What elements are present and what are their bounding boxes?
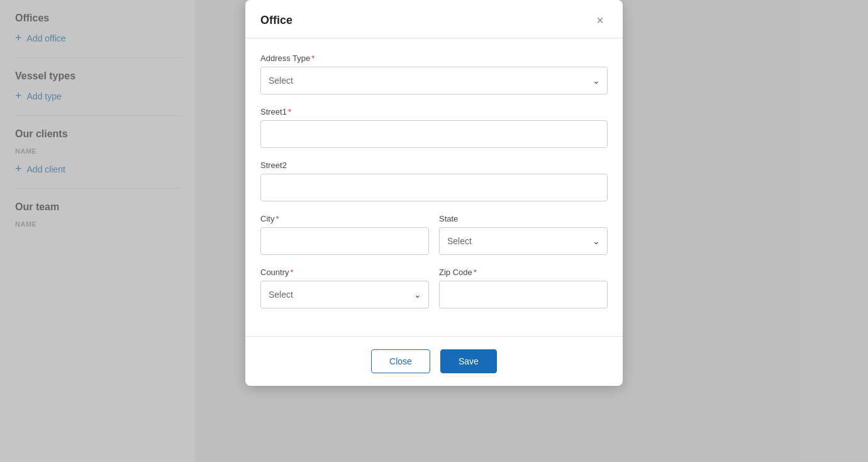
street2-label: Street2 bbox=[260, 161, 608, 170]
city-group: City* bbox=[260, 214, 429, 255]
country-group: Country* Select ⌄ bbox=[260, 268, 429, 308]
address-type-select-wrapper: Select ⌄ bbox=[260, 67, 608, 94]
address-type-label: Address Type* bbox=[260, 54, 608, 63]
country-select-wrapper: Select ⌄ bbox=[260, 281, 429, 308]
address-type-required: * bbox=[311, 54, 314, 63]
city-input[interactable] bbox=[260, 227, 429, 255]
street1-group: Street1* bbox=[260, 107, 608, 148]
state-select[interactable]: Select bbox=[439, 227, 608, 255]
state-label: State bbox=[439, 214, 608, 223]
zip-required: * bbox=[474, 268, 477, 277]
zip-input[interactable] bbox=[439, 281, 608, 308]
modal-footer: Close Save bbox=[245, 336, 623, 386]
modal-close-x-button[interactable]: × bbox=[593, 13, 608, 28]
modal-overlay: Office × Address Type* Select ⌄ Stree bbox=[0, 0, 868, 462]
city-state-row: City* State Select ⌄ bbox=[260, 214, 608, 268]
street1-required: * bbox=[288, 107, 291, 116]
close-button[interactable]: Close bbox=[371, 349, 430, 373]
country-required: * bbox=[291, 268, 294, 277]
state-group: State Select ⌄ bbox=[439, 214, 608, 255]
modal-title: Office bbox=[260, 14, 292, 27]
address-type-select[interactable]: Select bbox=[260, 67, 608, 94]
city-required: * bbox=[275, 214, 279, 223]
country-select[interactable]: Select bbox=[260, 281, 429, 308]
modal-header: Office × bbox=[245, 0, 623, 38]
modal-body: Address Type* Select ⌄ Street1* Street2 bbox=[245, 38, 623, 336]
street2-input[interactable] bbox=[260, 174, 608, 201]
street1-label: Street1* bbox=[260, 107, 608, 116]
street1-input[interactable] bbox=[260, 120, 608, 148]
city-label: City* bbox=[260, 214, 429, 223]
address-type-group: Address Type* Select ⌄ bbox=[260, 54, 608, 94]
state-select-wrapper: Select ⌄ bbox=[439, 227, 608, 255]
zip-group: Zip Code* bbox=[439, 268, 608, 308]
country-zip-row: Country* Select ⌄ Zip Code* bbox=[260, 268, 608, 321]
zip-label: Zip Code* bbox=[439, 268, 608, 277]
country-label: Country* bbox=[260, 268, 429, 277]
office-modal: Office × Address Type* Select ⌄ Stree bbox=[245, 0, 623, 386]
save-button[interactable]: Save bbox=[440, 349, 497, 373]
street2-group: Street2 bbox=[260, 161, 608, 201]
